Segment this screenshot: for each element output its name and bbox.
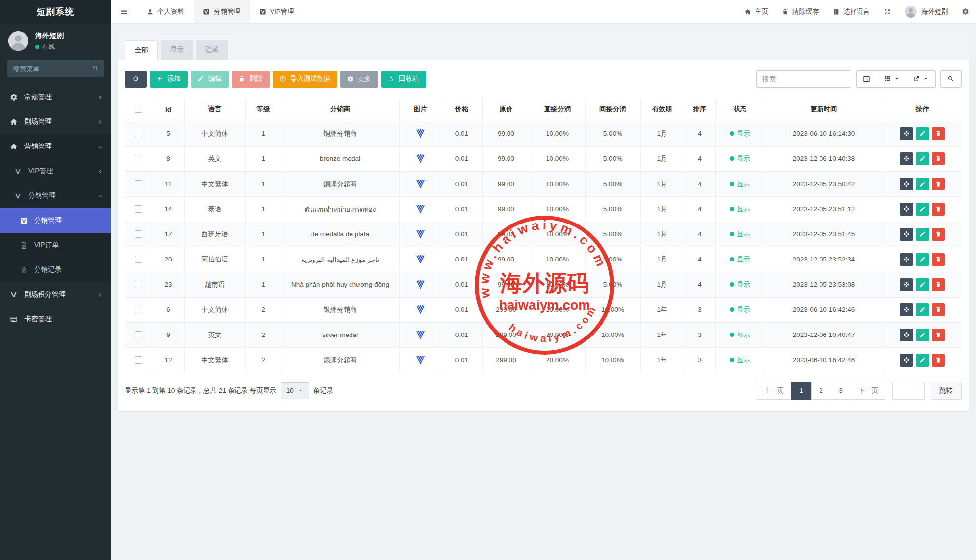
jump-button[interactable]: 跳转 [931,382,962,400]
column-header[interactable]: Id [153,98,184,121]
delete-row-button[interactable] [932,329,945,341]
delete-row-button[interactable] [932,278,945,291]
tab-shown[interactable]: 显示 [161,40,193,60]
move-button[interactable] [900,127,913,140]
sidebar-item-vip-management[interactable]: VIP管理 [0,159,111,184]
column-header[interactable]: 状态 [715,98,765,121]
select-all-checkbox[interactable] [135,106,142,113]
page-1-button[interactable]: 1 [791,382,812,400]
refresh-button[interactable] [125,71,147,88]
column-header[interactable]: 操作 [883,98,962,121]
row-checkbox[interactable] [135,180,142,187]
delete-row-button[interactable] [932,354,945,367]
nav-link-fullscreen[interactable] [877,0,898,23]
page-size-select[interactable]: 10 [281,382,309,399]
search-icon[interactable] [92,65,99,72]
more-button[interactable]: 更多 [340,71,378,88]
sidebar-item-theater-management[interactable]: 剧场管理 [0,110,111,134]
move-button[interactable] [900,152,913,165]
edit-row-button[interactable] [916,127,929,140]
sidebar-item-vip-orders[interactable]: VIP订单 [0,233,111,258]
tab-all[interactable]: 全部 [125,40,158,60]
add-button[interactable]: 添加 [150,71,188,88]
tab-hidden[interactable]: 隐藏 [196,40,228,60]
nav-link-choose-language[interactable]: 选择语言 [826,0,877,23]
column-header[interactable]: 原价 [482,98,530,121]
page-3-button[interactable]: 3 [831,382,851,400]
column-header[interactable]: 有效期 [640,98,684,121]
move-button[interactable] [900,253,913,266]
edit-row-button[interactable] [916,228,929,241]
column-header[interactable]: 间接分润 [585,98,640,121]
column-header[interactable]: 直接分润 [530,98,585,121]
edit-row-button[interactable] [916,203,929,216]
move-button[interactable] [900,203,913,216]
sidebar-item-marketing-management[interactable]: 营销管理 [0,134,111,159]
row-checkbox[interactable] [135,331,142,338]
column-header[interactable]: 分销商 [281,98,399,121]
nav-tab-profile[interactable]: 个人资料 [137,0,194,23]
move-button[interactable] [900,354,913,367]
move-button[interactable] [900,329,913,341]
nav-user-menu[interactable]: 海外短剧 [898,0,955,23]
sidebar-item-distribution-management-sub[interactable]: 分销管理 [0,208,111,233]
jump-page-input[interactable] [892,382,925,400]
sidebar-item-general-management[interactable]: 常规管理 [0,85,111,110]
search-submit-button[interactable] [940,70,962,88]
columns-button[interactable] [877,70,906,88]
row-checkbox[interactable] [135,281,142,288]
edit-row-button[interactable] [916,354,929,367]
row-checkbox[interactable] [135,205,142,213]
row-checkbox[interactable] [135,256,142,263]
edit-row-button[interactable] [916,253,929,266]
edit-button[interactable]: 编辑 [191,71,229,88]
nav-link-home[interactable]: 主页 [738,0,775,23]
sidebar-item-card-key-management[interactable]: 卡密管理 [0,307,111,332]
nav-link-clear-cache[interactable]: 清除缓存 [775,0,826,23]
column-header[interactable]: 排序 [684,98,715,121]
recycle-bin-button[interactable]: 回收站 [381,71,426,88]
menu-toggle-button[interactable] [111,0,137,23]
delete-row-button[interactable] [932,152,945,165]
column-header[interactable]: 更新时间 [765,98,883,121]
sidebar-search-input[interactable] [7,60,104,77]
delete-row-button[interactable] [932,178,945,190]
sidebar-item-distribution-records[interactable]: 分销记录 [0,258,111,282]
sidebar-item-theater-points-management[interactable]: 剧场积分管理 [0,282,111,307]
column-header[interactable]: 图片 [399,98,441,121]
column-header[interactable]: 价格 [441,98,482,121]
row-checkbox[interactable] [135,306,142,313]
delete-row-button[interactable] [932,228,945,241]
sidebar-item-distribution-management[interactable]: 分销管理 [0,184,111,208]
edit-row-button[interactable] [916,278,929,291]
page-2-button[interactable]: 2 [811,382,831,400]
delete-row-button[interactable] [932,203,945,216]
row-checkbox[interactable] [135,230,142,238]
column-header[interactable]: 语言 [184,98,245,121]
prev-page-button[interactable]: 上一页 [756,382,792,400]
import-test-data-button[interactable]: 导入测试数据 [273,71,337,88]
row-checkbox[interactable] [135,130,142,137]
nav-settings-button[interactable] [955,0,976,23]
move-button[interactable] [900,303,913,316]
edit-row-button[interactable] [916,329,929,341]
delete-row-button[interactable] [932,253,945,266]
export-button[interactable] [906,70,936,88]
delete-row-button[interactable] [932,303,945,316]
edit-row-button[interactable] [916,303,929,316]
edit-row-button[interactable] [916,178,929,190]
nav-tab-distribution[interactable]: 分销管理 [194,0,250,23]
row-checkbox[interactable] [135,155,142,162]
column-header[interactable]: 等级 [245,98,281,121]
next-page-button[interactable]: 下一页 [851,382,887,400]
move-button[interactable] [900,228,913,241]
edit-row-button[interactable] [916,152,929,165]
nav-tab-vip[interactable]: VIP管理 [250,0,304,23]
delete-row-button[interactable] [932,127,945,140]
move-button[interactable] [900,178,913,190]
table-search-input[interactable] [756,70,851,88]
move-button[interactable] [900,278,913,291]
delete-button[interactable]: 删除 [232,71,270,88]
row-checkbox[interactable] [135,356,142,364]
toggle-view-button[interactable] [856,70,877,88]
